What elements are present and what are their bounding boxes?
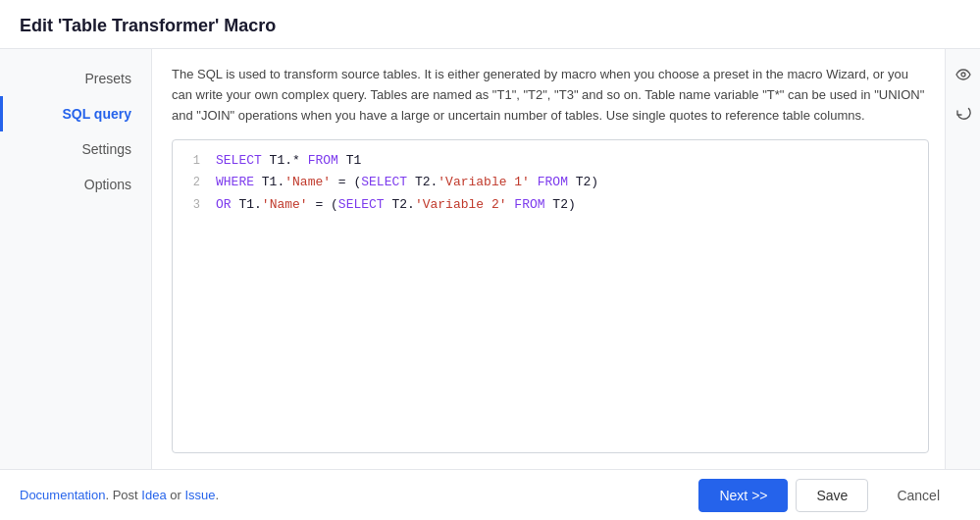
footer-left: Documentation. Post Idea or Issue.	[20, 488, 698, 502]
code-line-3: 3 OR T1.'Name' = (SELECT T2.'Variable 2'…	[173, 194, 928, 216]
footer-sep-1: . Post	[105, 488, 141, 502]
code-text-1: SELECT T1.* FROM T1	[216, 150, 361, 172]
code-line-2: 2 WHERE T1.'Name' = (SELECT T2.'Variable…	[173, 172, 928, 193]
save-button[interactable]: Save	[796, 479, 868, 512]
line-number-1: 1	[173, 151, 200, 171]
idea-link[interactable]: Idea	[141, 488, 166, 502]
footer-sep-2: or	[167, 488, 185, 502]
content-area: The SQL is used to transform source tabl…	[152, 49, 945, 469]
page-header: Edit 'Table Transformer' Macro	[0, 0, 980, 49]
description-text: The SQL is used to transform source tabl…	[172, 65, 929, 126]
footer-right: Next >> Save Cancel	[698, 479, 960, 512]
main-content: Presets SQL query Settings Options The S…	[0, 49, 980, 469]
eye-icon-button[interactable]	[950, 61, 977, 88]
right-sidebar	[945, 49, 980, 469]
code-text-2: WHERE T1.'Name' = (SELECT T2.'Variable 1…	[216, 172, 598, 193]
footer-end: .	[216, 488, 220, 502]
cancel-button[interactable]: Cancel	[876, 479, 960, 512]
line-number-3: 3	[173, 195, 200, 215]
page-title: Edit 'Table Transformer' Macro	[20, 16, 276, 35]
sidebar: Presets SQL query Settings Options	[0, 49, 152, 469]
code-editor[interactable]: 1 SELECT T1.* FROM T1 2 WHERE T1.'Name' …	[172, 139, 929, 453]
code-line-1: 1 SELECT T1.* FROM T1	[173, 150, 928, 172]
line-number-2: 2	[173, 173, 200, 192]
footer: Documentation. Post Idea or Issue. Next …	[0, 469, 980, 520]
next-button[interactable]: Next >>	[698, 479, 788, 512]
sidebar-item-settings[interactable]: Settings	[0, 131, 151, 167]
sidebar-item-sql-query[interactable]: SQL query	[0, 96, 151, 131]
code-text-3: OR T1.'Name' = (SELECT T2.'Variable 2' F…	[216, 194, 576, 216]
svg-point-0	[961, 73, 965, 77]
eye-icon	[955, 67, 971, 82]
documentation-link[interactable]: Documentation	[20, 488, 105, 502]
issue-link[interactable]: Issue	[184, 488, 215, 502]
refresh-icon-button[interactable]	[950, 100, 977, 128]
refresh-icon	[955, 106, 971, 122]
sidebar-item-options[interactable]: Options	[0, 167, 151, 202]
sidebar-item-presets[interactable]: Presets	[0, 61, 151, 96]
